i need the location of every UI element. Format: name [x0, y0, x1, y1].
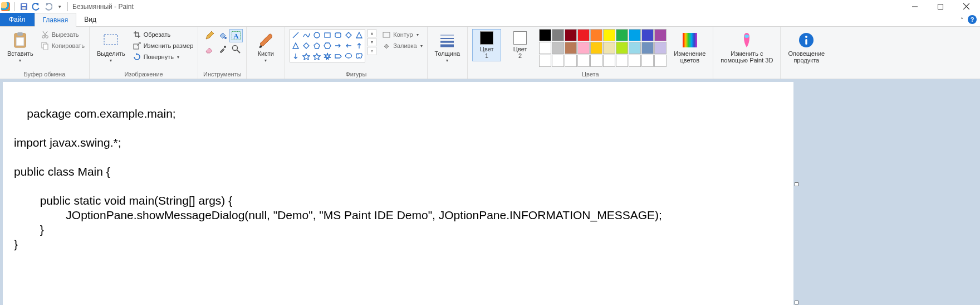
- tool-pencil[interactable]: [203, 29, 216, 42]
- palette-swatch[interactable]: [616, 55, 628, 67]
- shape-item[interactable]: [354, 51, 364, 61]
- redo-icon[interactable]: [44, 2, 53, 11]
- tool-text[interactable]: A: [229, 29, 243, 42]
- minimize-button[interactable]: [902, 0, 928, 13]
- shape-item[interactable]: [301, 41, 311, 51]
- shape-item[interactable]: [291, 51, 301, 61]
- color1-button[interactable]: Цвет 1: [472, 29, 501, 61]
- shape-item[interactable]: [312, 51, 322, 61]
- palette-swatch[interactable]: [616, 29, 628, 41]
- paste-button[interactable]: Вставить ▾: [4, 29, 36, 65]
- maximize-button[interactable]: [928, 0, 953, 13]
- chevron-down-icon: ▾: [264, 58, 267, 63]
- canvas[interactable]: package com.example.main; import javax.s…: [3, 82, 793, 305]
- palette-swatch[interactable]: [654, 42, 667, 54]
- shape-item[interactable]: [344, 51, 354, 61]
- palette-swatch[interactable]: [577, 29, 590, 41]
- shape-item[interactable]: [344, 41, 354, 51]
- palette-swatch[interactable]: [565, 55, 577, 67]
- shape-outline-button[interactable]: Контур ▾: [382, 29, 422, 40]
- shape-item[interactable]: [333, 51, 343, 61]
- palette-swatch[interactable]: [590, 29, 602, 41]
- shapes-gallery[interactable]: [290, 29, 365, 62]
- resize-handle-corner[interactable]: [795, 301, 798, 304]
- palette-swatch[interactable]: [641, 55, 654, 67]
- close-button[interactable]: [953, 0, 979, 13]
- palette-swatch[interactable]: [577, 55, 590, 67]
- open-paint3d-button[interactable]: Изменить с помощью Paint 3D: [718, 29, 776, 66]
- file-tab[interactable]: Файл: [0, 13, 35, 26]
- shapes-scroll-down[interactable]: ▾: [367, 38, 376, 46]
- palette-swatch[interactable]: [539, 42, 551, 54]
- qat-customize-icon[interactable]: ▾: [56, 2, 63, 11]
- product-notice-button[interactable]: Оповещение продукта: [785, 29, 827, 66]
- thickness-button[interactable]: Толщина ▾: [432, 29, 463, 65]
- tool-eraser[interactable]: [203, 42, 216, 56]
- shape-item[interactable]: [291, 30, 301, 40]
- canvas-workspace[interactable]: package com.example.main; import javax.s…: [0, 79, 980, 305]
- palette-swatch[interactable]: [654, 29, 667, 41]
- tool-magnifier[interactable]: [229, 42, 243, 56]
- shape-item[interactable]: [291, 41, 301, 51]
- palette-swatch[interactable]: [552, 29, 564, 41]
- tool-color-picker[interactable]: [216, 42, 229, 56]
- resize-button[interactable]: Изменить размер: [133, 40, 194, 51]
- palette-swatch[interactable]: [629, 42, 641, 54]
- palette-swatch[interactable]: [590, 42, 602, 54]
- help-icon[interactable]: ?: [968, 15, 977, 24]
- svg-text:A: A: [234, 32, 239, 40]
- palette-swatch[interactable]: [552, 42, 564, 54]
- shape-item[interactable]: [301, 30, 311, 40]
- palette-swatch[interactable]: [565, 29, 577, 41]
- group-notice-label: [785, 70, 827, 78]
- shape-item[interactable]: [333, 41, 343, 51]
- shape-item[interactable]: [354, 41, 364, 51]
- shapes-scroll-up[interactable]: ▴: [367, 29, 376, 37]
- palette-swatch[interactable]: [641, 29, 654, 41]
- palette-swatch[interactable]: [603, 42, 615, 54]
- palette-swatch[interactable]: [603, 29, 615, 41]
- shape-item[interactable]: [301, 51, 311, 61]
- save-icon[interactable]: [19, 2, 28, 11]
- resize-handle-right[interactable]: [795, 182, 798, 186]
- tools-grid: A: [203, 29, 242, 55]
- tab-home[interactable]: Главная: [35, 13, 77, 27]
- tab-view[interactable]: Вид: [76, 13, 104, 26]
- shape-item[interactable]: [312, 41, 322, 51]
- shape-item[interactable]: [322, 30, 332, 40]
- tool-fill[interactable]: [216, 29, 229, 42]
- palette-swatch[interactable]: [641, 42, 654, 54]
- undo-icon[interactable]: [32, 2, 41, 11]
- shape-item[interactable]: [322, 41, 332, 51]
- palette-swatch[interactable]: [616, 42, 628, 54]
- crop-button[interactable]: Обрезать: [133, 29, 194, 40]
- select-button[interactable]: Выделить ▾: [94, 29, 128, 65]
- collapse-ribbon-icon[interactable]: ˄: [961, 17, 963, 23]
- shape-item[interactable]: [344, 30, 354, 40]
- shape-item[interactable]: [312, 30, 322, 40]
- cut-button[interactable]: Вырезать: [41, 29, 85, 40]
- copy-button[interactable]: Копировать: [41, 40, 85, 51]
- palette-swatch[interactable]: [590, 55, 602, 67]
- shapes-expand[interactable]: ▿: [367, 47, 376, 55]
- palette-swatch[interactable]: [539, 55, 551, 67]
- palette-swatch[interactable]: [577, 42, 590, 54]
- palette-swatch[interactable]: [629, 29, 641, 41]
- group-tools-label: Инструменты: [203, 70, 242, 78]
- shape-item[interactable]: [354, 30, 364, 40]
- palette-swatch[interactable]: [629, 55, 641, 67]
- edit-colors-button[interactable]: Изменение цветов: [671, 29, 708, 66]
- palette-swatch[interactable]: [539, 29, 551, 41]
- shape-item[interactable]: [322, 51, 332, 61]
- palette-swatch[interactable]: [603, 55, 615, 67]
- paint3d-label: Изменить с помощью Paint 3D: [721, 50, 773, 64]
- brushes-button[interactable]: Кисти ▾: [251, 29, 280, 65]
- color2-button[interactable]: Цвет 2: [506, 29, 535, 61]
- palette-swatch[interactable]: [654, 55, 667, 67]
- shape-item[interactable]: [333, 30, 343, 40]
- rotate-button[interactable]: Повернуть ▾: [133, 51, 194, 62]
- shape-fill-button[interactable]: Заливка ▾: [382, 40, 422, 51]
- palette-swatch[interactable]: [565, 42, 577, 54]
- svg-point-18: [224, 37, 227, 39]
- palette-swatch[interactable]: [552, 55, 564, 67]
